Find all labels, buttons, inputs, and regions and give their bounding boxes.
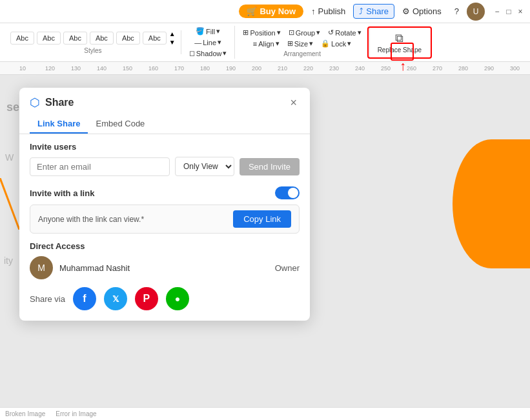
style-abc-3[interactable]: Abc xyxy=(63,32,87,45)
invite-link-toggle[interactable] xyxy=(275,186,300,199)
style-abc-5[interactable]: Abc xyxy=(116,32,140,45)
avatar[interactable]: U xyxy=(467,3,485,21)
user-role: Owner xyxy=(275,263,300,273)
cart-icon: 🛒 xyxy=(247,6,257,16)
publish-button[interactable]: ↑ Publish xyxy=(306,5,351,18)
top-bar: 🛒 Buy Now ↑ Publish ⤴ Share ⚙ Options ? … xyxy=(0,0,530,23)
invite-row: Only View Send Invite xyxy=(19,157,310,176)
help-button[interactable]: ? xyxy=(449,5,464,18)
style-abc-4[interactable]: Abc xyxy=(90,32,114,45)
direct-access-label: Direct Access xyxy=(30,241,300,251)
direct-access-section: Direct Access M Muhammad Nashit Owner xyxy=(19,241,310,279)
scroll-down-btn[interactable]: ▼ xyxy=(169,39,176,46)
user-row: M Muhammad Nashit Owner xyxy=(30,256,300,279)
fill-section: 🪣 Fill ▾ — Line ▾ ◻ Shadow ▾ xyxy=(181,26,236,59)
minimize-button[interactable]: − xyxy=(493,7,502,16)
style-abc-1[interactable]: Abc xyxy=(10,32,34,45)
arrangement-section: ⊞ Position ▾ ⊡ Group ▾ ↺ Rotate ▾ ≡ Alig… xyxy=(235,27,369,57)
styles-section: Abc Abc Abc Abc Abc Abc ▲ ▼ Styles xyxy=(5,30,181,54)
styles-label: Styles xyxy=(84,47,101,54)
replace-shape-label: Replace Shape xyxy=(378,46,422,54)
permission-select[interactable]: Only View xyxy=(175,157,234,176)
shadow-button[interactable]: ◻ Shadow ▾ xyxy=(187,48,230,59)
dialog-tabs: Link Share Embed Code xyxy=(19,110,310,134)
replace-section: ⧉ Replace Shape xyxy=(370,29,429,56)
dialog-header: ⬡ Share × xyxy=(19,88,310,110)
scroll-up-btn[interactable]: ▲ xyxy=(169,30,176,37)
lock-button[interactable]: 🔒 Lock ▾ xyxy=(318,38,354,49)
pinterest-button[interactable]: P xyxy=(135,287,158,310)
fill-button[interactable]: 🪣 Fill ▾ xyxy=(193,26,223,37)
toggle-knob xyxy=(288,188,298,198)
facebook-icon: f xyxy=(83,293,86,305)
email-input[interactable] xyxy=(30,157,170,176)
line-button[interactable]: — Line ▾ xyxy=(192,37,224,48)
status-bar: Broken Image Error in Image xyxy=(0,407,530,420)
invite-link-label: Invite with a link xyxy=(30,188,94,198)
fill-icon: 🪣 xyxy=(196,27,205,35)
options-button[interactable]: ⚙ Options xyxy=(397,5,447,18)
ruler: 10 120 130 140 150 160 170 180 190 200 2… xyxy=(0,62,530,75)
dialog-overlay: ⬡ Share × Link Share Embed Code Invite u… xyxy=(0,75,530,407)
copy-link-button[interactable]: Copy Link xyxy=(233,210,291,228)
shadow-icon: ◻ xyxy=(189,49,195,57)
send-invite-button[interactable]: Send Invite xyxy=(240,158,300,175)
line-icon: — xyxy=(194,39,201,46)
size-button[interactable]: ⊞ Size ▾ xyxy=(285,38,316,49)
share-icon: ⤴ xyxy=(359,6,363,16)
status-error: Error in Image xyxy=(56,410,96,417)
share-dialog-icon: ⬡ xyxy=(30,95,40,110)
toolbar: Abc Abc Abc Abc Abc Abc ▲ ▼ Styles 🪣 Fil… xyxy=(0,23,530,62)
publish-icon: ↑ xyxy=(311,6,316,16)
gear-icon: ⚙ xyxy=(402,6,410,16)
share-via-label: Share via xyxy=(30,294,65,304)
status-broken: Broken Image xyxy=(5,410,45,417)
share-via-section: Share via f 𝕏 P ● xyxy=(19,287,310,310)
replace-icon: ⧉ xyxy=(395,32,403,45)
line-icon: ● xyxy=(175,294,180,304)
dialog-title: Share xyxy=(45,97,74,108)
maximize-button[interactable]: □ xyxy=(504,7,513,16)
facebook-button[interactable]: f xyxy=(73,287,96,310)
close-window-button[interactable]: × xyxy=(516,7,525,16)
window-controls: − □ × xyxy=(493,7,525,16)
style-abc-6[interactable]: Abc xyxy=(143,32,167,45)
rotate-button[interactable]: ↺ Rotate ▾ xyxy=(325,27,363,38)
tab-embed-code[interactable]: Embed Code xyxy=(88,115,152,134)
line-social-button[interactable]: ● xyxy=(166,287,189,310)
dialog-title-row: ⬡ Share xyxy=(30,95,74,110)
dialog-close-button[interactable]: × xyxy=(287,96,300,110)
twitter-button[interactable]: 𝕏 xyxy=(104,287,127,310)
share-dialog: ⬡ Share × Link Share Embed Code Invite u… xyxy=(19,88,310,321)
link-box: Anyone with the link can view.* Copy Lin… xyxy=(30,205,300,234)
user-avatar: M xyxy=(30,256,53,279)
style-abc-2[interactable]: Abc xyxy=(37,32,61,45)
link-text: Anyone with the link can view.* xyxy=(38,215,228,224)
share-button[interactable]: ⤴ Share xyxy=(353,4,394,19)
invite-link-section: Invite with a link Anyone with the link … xyxy=(19,186,310,234)
group-button[interactable]: ⊡ Group ▾ xyxy=(286,27,323,38)
align-button[interactable]: ≡ Align ▾ xyxy=(250,38,282,49)
user-name: Muhammad Nashit xyxy=(59,263,269,273)
arrangement-label: Arrangement xyxy=(283,50,321,57)
invite-link-header: Invite with a link xyxy=(30,186,300,199)
main-area: sequ W ity ⬡ Share × Link Share xyxy=(0,75,530,407)
twitter-icon: 𝕏 xyxy=(112,294,119,304)
tab-link-share[interactable]: Link Share xyxy=(30,115,88,134)
position-button[interactable]: ⊞ Position ▾ xyxy=(240,27,283,38)
buy-now-button[interactable]: 🛒 Buy Now xyxy=(239,5,303,18)
invite-users-label: Invite users xyxy=(19,142,310,152)
pinterest-icon: P xyxy=(143,293,150,305)
